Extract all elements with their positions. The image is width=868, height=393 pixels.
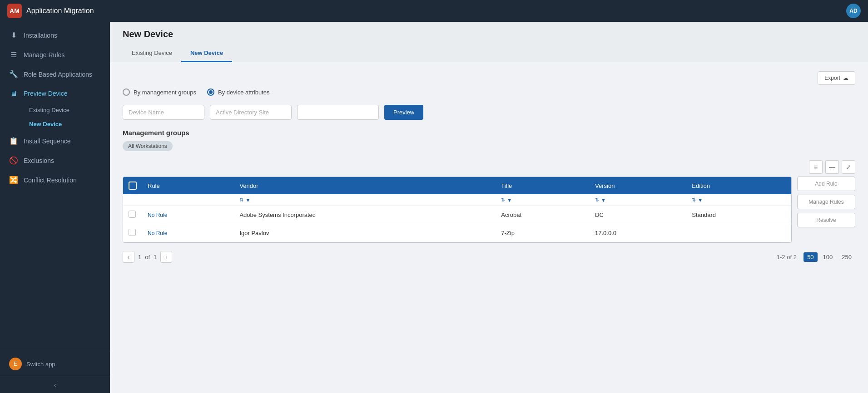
filter-cell-rule [142, 194, 234, 206]
tab-new-device[interactable]: New Device [181, 45, 232, 62]
add-rule-button[interactable]: Add Rule [797, 177, 855, 191]
row1-version: DC [590, 206, 686, 224]
th-edition: Edition [686, 177, 791, 194]
page-size-100[interactable]: 100 [819, 252, 837, 262]
row2-checkbox[interactable] [129, 229, 136, 236]
sidebar-item-label-exclusions: Exclusions [24, 157, 54, 164]
resolve-button[interactable]: Resolve [797, 213, 855, 227]
sidebar-item-installations[interactable]: ⬇ Installations [0, 25, 110, 45]
prev-page-button[interactable]: ‹ [123, 251, 134, 263]
device-name-input[interactable] [123, 105, 204, 120]
switch-app-button[interactable]: E Switch app [0, 351, 110, 377]
page-size-250[interactable]: 250 [838, 252, 855, 262]
edition-sort-icon[interactable]: ⇅ [692, 197, 696, 203]
th-edition-label: Edition [692, 182, 710, 189]
page-sizes: 1-2 of 2 50 100 250 [777, 252, 855, 262]
active-directory-input[interactable] [210, 105, 292, 120]
content-area: Export ☁ By management groups By device … [110, 62, 868, 276]
main-content: New Device Existing Device New Device Ex… [110, 22, 868, 393]
th-checkbox [123, 177, 142, 194]
management-groups-section: Management groups All Workstations [123, 129, 855, 151]
sidebar-sub-existing-device[interactable]: Existing Device [24, 103, 110, 117]
preview-button[interactable]: Preview [384, 105, 423, 120]
total-pages: 1 [154, 254, 157, 260]
edition-filter-icon[interactable]: ▼ [698, 197, 703, 203]
sidebar-item-role-based[interactable]: 🔧 Role Based Applications [0, 64, 110, 84]
topbar: AM Application Migration AD [0, 0, 868, 22]
table-collapse-button[interactable]: — [825, 160, 839, 174]
sidebar: ⬇ Installations ☰ Manage Rules 🔧 Role Ba… [0, 22, 110, 393]
export-label: Export [824, 75, 840, 81]
edition-filter-icons: ⇅ ▼ [692, 197, 786, 203]
new-device-label: New Device [29, 121, 62, 128]
page-header: New Device Existing Device New Device [110, 22, 868, 62]
export-icon: ☁ [843, 75, 848, 81]
sidebar-sub-new-device[interactable]: New Device [24, 117, 110, 131]
sidebar-item-exclusions[interactable]: 🚫 Exclusions [0, 151, 110, 170]
sidebar-item-label-conflict: Conflict Resolution [24, 177, 77, 184]
row1-rule[interactable]: No Rule [142, 206, 234, 224]
row1-checkbox[interactable] [129, 211, 136, 218]
workstations-input[interactable]: workstations [297, 105, 379, 120]
sidebar-item-label-preview-device: Preview Device [24, 90, 67, 97]
radio-circle-attributes [207, 88, 214, 96]
manage-rules-button[interactable]: Manage Rules [797, 195, 855, 209]
radio-group: By management groups By device attribute… [123, 88, 855, 96]
preview-device-icon: 🖥 [9, 89, 18, 98]
manage-rules-icon: ☰ [9, 50, 18, 59]
expand-icon: ⤢ [846, 163, 851, 171]
results-label: 1-2 of 2 [777, 254, 797, 260]
vendor-sort-icon[interactable]: ⇅ [239, 197, 243, 203]
installations-icon: ⬇ [9, 31, 18, 39]
current-page: 1 [138, 254, 141, 260]
user-avatar[interactable]: AD [846, 4, 861, 18]
pagination: ‹ 1 of 1 › 1-2 of 2 50 100 250 [123, 246, 855, 267]
row1-vendor: Adobe Systems Incorporated [234, 206, 496, 224]
sidebar-item-install-sequence[interactable]: 📋 Install Sequence [0, 131, 110, 151]
filter-cell-edition: ⇅ ▼ [686, 194, 791, 206]
row1-checkbox-cell [123, 206, 142, 224]
row1-title: Acrobat [496, 206, 590, 224]
version-sort-icon[interactable]: ⇅ [595, 197, 599, 203]
export-button[interactable]: Export ☁ [818, 71, 855, 85]
filter-cell-checkbox [123, 194, 142, 206]
tab-new-device-label: New Device [190, 49, 223, 56]
filter-row: workstations Preview [123, 105, 855, 120]
minus-icon: — [829, 163, 835, 171]
tab-existing-device[interactable]: Existing Device [123, 45, 181, 62]
table-row: No Rule Adobe Systems Incorporated Acrob… [123, 206, 791, 224]
table-list-view-button[interactable]: ≡ [809, 160, 823, 174]
title-sort-icon[interactable]: ⇅ [501, 197, 505, 203]
th-version: Version [590, 177, 686, 194]
radio-by-management-groups[interactable]: By management groups [123, 88, 196, 96]
side-panel: Add Rule Manage Rules Resolve [792, 177, 855, 227]
switch-app-initials: E [14, 361, 17, 367]
existing-device-label: Existing Device [29, 107, 69, 113]
sidebar-item-manage-rules[interactable]: ☰ Manage Rules [0, 45, 110, 64]
radio-by-device-attributes[interactable]: By device attributes [207, 88, 269, 96]
row1-edition: Standard [686, 206, 791, 224]
user-initials: AD [849, 8, 857, 14]
sidebar-item-preview-device[interactable]: 🖥 Preview Device [0, 84, 110, 103]
row2-checkbox-cell [123, 224, 142, 242]
sidebar-item-conflict-resolution[interactable]: 🔀 Conflict Resolution [0, 170, 110, 190]
role-based-icon: 🔧 [9, 70, 18, 79]
version-filter-icon[interactable]: ▼ [601, 197, 606, 203]
data-table: Rule Vendor Title Version [123, 177, 791, 242]
table-row: No Rule Igor Pavlov 7-Zip 17.0.0.0 [123, 224, 791, 242]
page-size-50[interactable]: 50 [804, 252, 817, 262]
header-checkbox[interactable] [129, 182, 137, 190]
th-vendor: Vendor [234, 177, 496, 194]
vendor-filter-icon[interactable]: ▼ [245, 197, 250, 203]
table-expand-button[interactable]: ⤢ [842, 160, 855, 174]
title-filter-icon[interactable]: ▼ [507, 197, 512, 203]
table-with-panel: Rule Vendor Title Version [123, 177, 855, 243]
next-page-button[interactable]: › [160, 251, 172, 263]
row2-rule[interactable]: No Rule [142, 224, 234, 242]
filter-cell-version: ⇅ ▼ [590, 194, 686, 206]
filter-cell-vendor: ⇅ ▼ [234, 194, 496, 206]
sidebar-collapse-button[interactable]: ‹ [0, 377, 110, 393]
sidebar-bottom: E Switch app ‹ [0, 351, 110, 393]
app-logo-initials: AM [10, 7, 20, 15]
th-version-label: Version [595, 182, 615, 189]
